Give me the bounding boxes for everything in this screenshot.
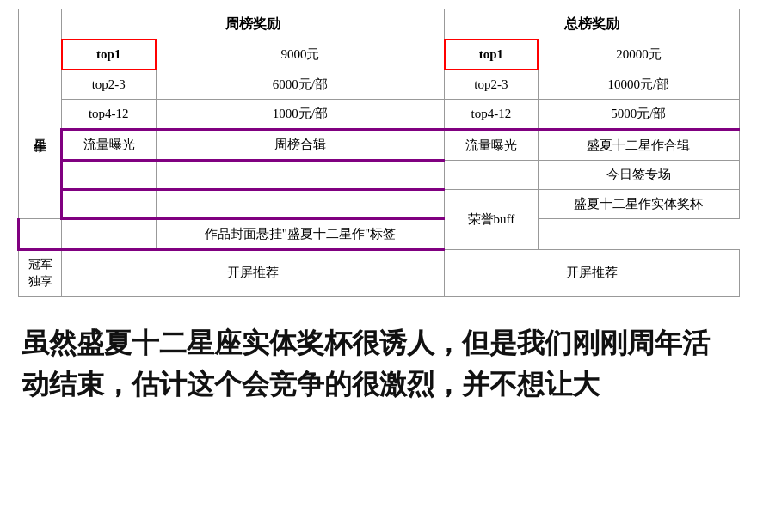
weekly-rank-top4-12: top4-12 (62, 100, 157, 130)
honor-trophy: 盛夏十二星作实体奖杯 (538, 190, 740, 219)
text-section: 虽然盛夏十二星座实体奖杯很诱人，但是我们刚刚周年活动结束，估计这个会竞争的很激烈… (0, 305, 757, 413)
top4-12-row: top4-12 1000元/部 top4-12 5000元/部 (19, 100, 740, 130)
weekly-collection-empty1 (156, 161, 445, 190)
total-rank-top2-3: top2-3 (445, 70, 538, 100)
top2-3-row: top2-3 6000元/部 top2-3 10000元/部 (19, 70, 740, 100)
champion-row: 冠军独享 开屏推荐 开屏推荐 (19, 250, 740, 296)
side-label-top1: 十二星作 (19, 40, 62, 219)
honor-buff-label: 荣誉buff (445, 190, 538, 250)
paragraph-text: 虽然盛夏十二星座实体奖杯很诱人，但是我们刚刚周年活动结束，估计这个会竞争的很激烈… (22, 322, 735, 405)
top1-row: 十二星作 top1 9000元 top1 20000元 (19, 40, 740, 70)
weekly-traffic-label: 流量曝光 (62, 130, 157, 161)
weekly-reward-top2-3: 6000元/部 (156, 70, 445, 100)
total-reward-top4-12: 5000元/部 (538, 100, 740, 130)
today-signin: 今日签专场 (538, 161, 740, 190)
table-section: 周榜奖励 总榜奖励 十二星作 top1 9000元 top1 20000元 to… (0, 0, 757, 305)
page-wrapper: 周榜奖励 总榜奖励 十二星作 top1 9000元 top1 20000元 to… (0, 0, 757, 413)
total-rank-top1: top1 (445, 40, 538, 70)
champion-label: 冠军独享 (19, 250, 62, 296)
weekly-reward-top1: 9000元 (156, 40, 445, 70)
total-reward-top1: 20000元 (538, 40, 740, 70)
weekly-empty5 (62, 219, 157, 250)
total-collection1: 盛夏十二星作合辑 (538, 130, 740, 161)
signin-row: 今日签专场 (19, 161, 740, 190)
weekly-traffic-empty1 (62, 161, 157, 190)
total-rank-top4-12: top4-12 (445, 100, 538, 130)
total-reward-top2-3: 10000元/部 (538, 70, 740, 100)
weekly-header: 周榜奖励 (62, 9, 445, 40)
champion-weekly-recommend: 开屏推荐 (62, 250, 445, 296)
weekly-empty2 (62, 190, 157, 219)
empty-header (19, 9, 62, 40)
rewards-table: 周榜奖励 总榜奖励 十二星作 top1 9000元 top1 20000元 to… (17, 9, 740, 297)
weekly-rank-top1: top1 (62, 40, 157, 70)
weekly-empty3 (156, 190, 445, 219)
honor-row: 荣誉buff 盛夏十二星作实体奖杯 (19, 190, 740, 219)
total-header: 总榜奖励 (445, 9, 740, 40)
honor-tag: 作品封面悬挂"盛夏十二星作"标签 (156, 219, 445, 250)
total-traffic-label: 流量曝光 (445, 130, 538, 161)
weekly-empty4 (19, 219, 62, 250)
traffic-row: 流量曝光 周榜合辑 流量曝光 盛夏十二星作合辑 (19, 130, 740, 161)
total-traffic-empty1 (445, 161, 538, 190)
weekly-reward-top4-12: 1000元/部 (156, 100, 445, 130)
honor-row2: 作品封面悬挂"盛夏十二星作"标签 (19, 219, 740, 250)
weekly-collection: 周榜合辑 (156, 130, 445, 161)
champion-total-recommend: 开屏推荐 (445, 250, 740, 296)
weekly-rank-top2-3: top2-3 (62, 70, 157, 100)
